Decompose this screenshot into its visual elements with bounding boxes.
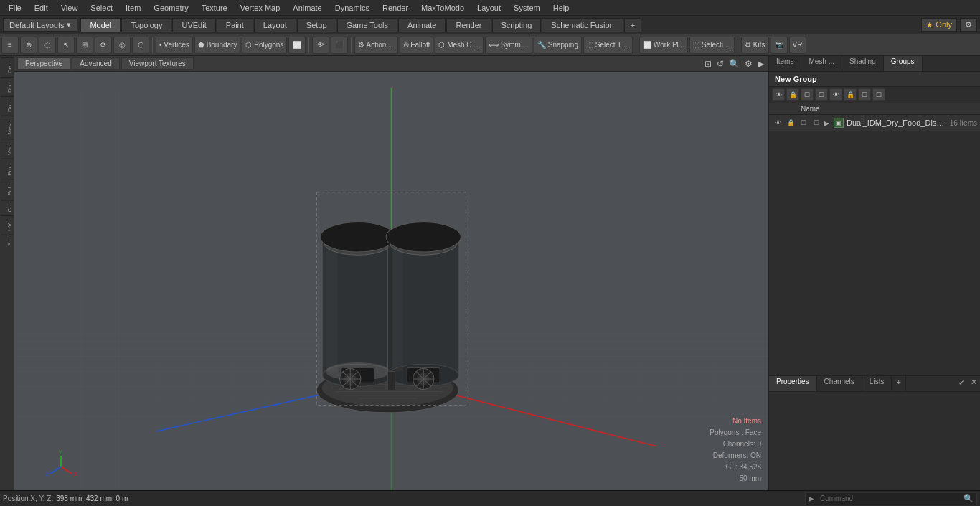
ls-item-uv[interactable]: UV... bbox=[1, 215, 14, 234]
tab-add[interactable]: + bbox=[624, 18, 641, 32]
gt-eye-btn[interactable]: 👁 bbox=[772, 88, 785, 101]
pt-expand-icon[interactable]: ⤢ bbox=[956, 376, 968, 391]
menu-select[interactable]: Select bbox=[85, 2, 118, 14]
pt-tab-channels[interactable]: Channels bbox=[817, 376, 862, 391]
gt-check2-btn[interactable]: ☐ bbox=[815, 88, 828, 101]
tb-selecti-btn[interactable]: ⬚ Selecti ... bbox=[689, 37, 735, 54]
menu-help[interactable]: Help bbox=[547, 2, 575, 14]
layout-settings-btn[interactable]: ⚙ bbox=[960, 18, 977, 32]
tb-sym-btn[interactable]: ⟺ Symm ... bbox=[485, 37, 532, 54]
tb-globe-btn[interactable]: ⊕ bbox=[20, 37, 37, 54]
group-expand-icon[interactable]: ▶ bbox=[824, 119, 832, 127]
vp-icon-search[interactable]: 🔍 bbox=[727, 59, 741, 69]
ls-item-ver[interactable]: Ver... bbox=[1, 139, 14, 158]
group-row-0[interactable]: 👁 🔒 ☐ ☐ ▶ ▣ Dual_IDM_Dry_Food_Dispens ..… bbox=[769, 115, 980, 131]
gt-lock-btn[interactable]: 🔒 bbox=[786, 88, 799, 101]
viewport-canvas[interactable]: No Items Polygons : Face Channels: 0 Def… bbox=[14, 88, 768, 490]
gt-check-btn[interactable]: ☐ bbox=[801, 88, 814, 101]
tab-paint[interactable]: Paint bbox=[217, 18, 253, 32]
tab-setup[interactable]: Setup bbox=[297, 18, 336, 32]
tab-scripting[interactable]: Scripting bbox=[492, 18, 542, 32]
menu-render[interactable]: Render bbox=[377, 2, 414, 14]
menu-layout[interactable]: Layout bbox=[471, 2, 507, 14]
tab-schematic[interactable]: Schematic Fusion bbox=[542, 18, 623, 32]
tab-mesh[interactable]: Mesh ... bbox=[801, 56, 842, 71]
ls-item-f[interactable]: F... bbox=[1, 235, 14, 249]
tab-topology[interactable]: Topology bbox=[121, 18, 171, 32]
tb-polygon-btn[interactable]: ⬡ bbox=[132, 37, 149, 54]
ls-item-c[interactable]: C... bbox=[1, 200, 14, 215]
tb-rotate-btn[interactable]: ⟳ bbox=[95, 37, 112, 54]
pt-tab-lists[interactable]: Lists bbox=[862, 376, 892, 391]
tb-selectt-btn[interactable]: ⬚ Select T ... bbox=[583, 37, 633, 54]
ls-item-mes[interactable]: Mes... bbox=[1, 116, 14, 138]
vp-tab-textures[interactable]: Viewport Textures bbox=[121, 57, 194, 70]
tb-polygons-btn[interactable]: ⬡ Polygons bbox=[242, 37, 287, 54]
command-input[interactable] bbox=[817, 495, 961, 502]
menu-animate[interactable]: Animate bbox=[287, 2, 327, 14]
pt-close-icon[interactable]: ✕ bbox=[968, 376, 980, 391]
vp-icon-settings[interactable]: ⚙ bbox=[743, 59, 754, 69]
menu-dynamics[interactable]: Dynamics bbox=[329, 2, 375, 14]
ls-item-pol[interactable]: Pol... bbox=[1, 179, 14, 198]
tb-camera-btn[interactable]: 📷 bbox=[771, 37, 788, 54]
ls-item-em[interactable]: Em... bbox=[1, 159, 14, 179]
cmd-input-area: ▶ 🔍 bbox=[805, 492, 977, 505]
tb-workpl-btn[interactable]: ⬜ Work Pl... bbox=[639, 37, 688, 54]
tb-mesh-btn[interactable]: ⬡ Mesh C ... bbox=[435, 37, 483, 54]
tb-kits-btn[interactable]: ⚙ Kits bbox=[741, 37, 768, 54]
pt-add-btn[interactable]: + bbox=[892, 376, 905, 391]
tb-snapping-btn[interactable]: 🔧 Snapping bbox=[534, 37, 582, 54]
vp-icon-refresh[interactable]: ↺ bbox=[715, 59, 725, 69]
svg-text:Z: Z bbox=[46, 472, 50, 477]
ls-item-du1[interactable]: Du... bbox=[1, 77, 14, 95]
tab-model[interactable]: Model bbox=[80, 18, 121, 32]
tb-arrow-btn[interactable]: ↖ bbox=[57, 37, 75, 54]
vp-icon-maximize[interactable]: ⊡ bbox=[703, 59, 713, 69]
tab-animate[interactable]: Animate bbox=[398, 18, 446, 32]
tb-menu-btn[interactable]: ≡ bbox=[1, 37, 19, 54]
menu-vertexmap[interactable]: Vertex Map bbox=[235, 2, 286, 14]
vp-tab-perspective[interactable]: Perspective bbox=[17, 57, 70, 70]
cmd-search-icon[interactable]: 🔍 bbox=[961, 494, 976, 503]
tab-layout[interactable]: Layout bbox=[254, 18, 296, 32]
tb-vertices-btn[interactable]: • Vertices bbox=[156, 37, 193, 54]
tb-action-btn[interactable]: ⚙ Action ... bbox=[354, 37, 397, 54]
menu-system[interactable]: System bbox=[508, 2, 546, 14]
gt-vis-btn[interactable]: 👁 bbox=[829, 88, 842, 101]
menu-view[interactable]: View bbox=[55, 2, 84, 14]
tb-mode-btn[interactable]: ⬜ bbox=[288, 37, 306, 54]
tb-lasso-btn[interactable]: ◌ bbox=[39, 37, 56, 54]
tb-sep5 bbox=[738, 37, 738, 53]
tab-items[interactable]: Items bbox=[769, 56, 801, 71]
ls-item-du2[interactable]: Du... bbox=[1, 96, 14, 115]
vp-icon-more[interactable]: ▶ bbox=[756, 59, 765, 69]
tab-render[interactable]: Render bbox=[446, 18, 491, 32]
menu-file[interactable]: File bbox=[3, 2, 27, 14]
pt-tab-properties[interactable]: Properties bbox=[769, 376, 817, 391]
tb-circle-btn[interactable]: ◎ bbox=[113, 37, 131, 54]
tb-eye-btn[interactable]: 👁 bbox=[312, 37, 329, 54]
menu-maxtomodo[interactable]: MaxToModo bbox=[415, 2, 470, 14]
star-only-label: ★ Only bbox=[921, 18, 957, 32]
gt-lock2-btn[interactable]: 🔒 bbox=[844, 88, 857, 101]
tab-gametools[interactable]: Game Tools bbox=[337, 18, 398, 32]
tb-falloff-btn[interactable]: ⊙ Falloff bbox=[400, 37, 434, 54]
menu-edit[interactable]: Edit bbox=[29, 2, 54, 14]
gt-check3-btn[interactable]: ☐ bbox=[858, 88, 871, 101]
menu-geometry[interactable]: Geometry bbox=[148, 2, 194, 14]
tb-boundary-btn[interactable]: ⬟ Boundary bbox=[194, 37, 241, 54]
gt-check4-btn[interactable]: ☐ bbox=[872, 88, 885, 101]
cmd-arrow[interactable]: ▶ bbox=[806, 495, 817, 502]
tb-shading-btn[interactable]: ⬛ bbox=[331, 37, 348, 54]
tb-select-box-btn[interactable]: ⊞ bbox=[76, 37, 93, 54]
vp-tab-advanced[interactable]: Advanced bbox=[72, 57, 119, 70]
menu-texture[interactable]: Texture bbox=[196, 2, 233, 14]
layout-dropdown[interactable]: Default Layouts bbox=[3, 18, 77, 32]
tab-shading[interactable]: Shading bbox=[842, 56, 884, 71]
ls-item-de[interactable]: De... bbox=[1, 57, 14, 76]
menu-item[interactable]: Item bbox=[120, 2, 146, 14]
tab-uvedit[interactable]: UVEdit bbox=[172, 18, 215, 32]
tab-groups[interactable]: Groups bbox=[884, 56, 923, 71]
tb-vr-btn[interactable]: VR bbox=[789, 37, 806, 54]
